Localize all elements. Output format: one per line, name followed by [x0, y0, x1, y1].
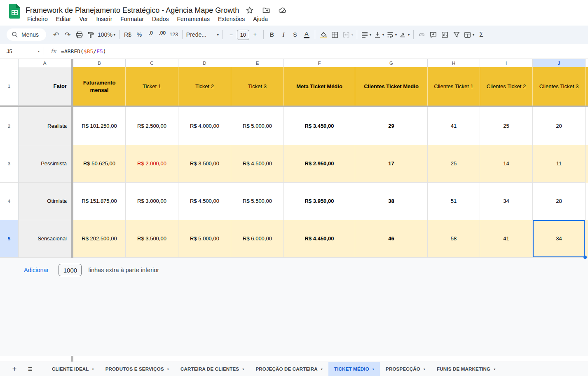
add-sheet-icon[interactable]: + — [8, 363, 21, 375]
menu-formatar[interactable]: Formatar — [116, 14, 148, 24]
menu-ajuda[interactable]: Ajuda — [249, 14, 272, 24]
more-formats-button[interactable]: 123 — [168, 29, 180, 40]
insert-comment-icon[interactable] — [428, 29, 439, 40]
text-wrap-icon[interactable]: ▾ — [385, 29, 398, 40]
menu-editar[interactable]: Editar — [52, 14, 75, 24]
cell-C1[interactable]: Ticket 1 — [126, 67, 178, 106]
menu-extensões[interactable]: Extensões — [214, 14, 249, 24]
sheet-tab-projeção-de-carteira[interactable]: PROJEÇÃO DE CARTEIRA▾ — [250, 362, 328, 376]
cell-I4[interactable]: 34 — [480, 183, 533, 220]
undo-icon[interactable]: ↶ — [50, 29, 62, 40]
cell-E3[interactable]: R$ 4.500,00 — [231, 145, 284, 183]
cell-C2[interactable]: R$ 2.500,00 — [126, 107, 178, 145]
cell-H5[interactable]: 58 — [428, 220, 480, 258]
cell-A2[interactable]: Realista — [19, 107, 71, 145]
decrease-decimal-button[interactable]: .0← — [145, 29, 157, 40]
sheet-tab-dropdown-icon[interactable]: ▾ — [494, 367, 495, 371]
cell-B5[interactable]: R$ 202.500,00 — [73, 220, 126, 258]
cell-C3[interactable]: R$ 2.000,00 — [126, 145, 178, 183]
cell-K5-partial[interactable] — [586, 220, 588, 258]
borders-icon[interactable] — [329, 29, 341, 40]
row-header-5[interactable]: 5 — [0, 220, 19, 258]
name-box[interactable]: J5 ▾ — [0, 48, 40, 54]
cell-G4[interactable]: 38 — [355, 183, 428, 220]
font-size-input[interactable]: 10 — [237, 30, 249, 40]
row-header-3[interactable]: 3 — [0, 145, 19, 183]
cell-C4[interactable]: R$ 3.000,00 — [126, 183, 178, 220]
insert-chart-icon[interactable] — [439, 29, 451, 40]
insert-link-icon[interactable] — [416, 29, 428, 40]
vertical-align-icon[interactable]: ▾ — [372, 29, 385, 40]
print-icon[interactable] — [73, 29, 85, 40]
formula-input[interactable]: =ARRED($B5/E5) — [61, 48, 106, 54]
column-header-B[interactable]: B — [73, 59, 126, 67]
increase-decimal-button[interactable]: .00→ — [157, 29, 168, 40]
select-all-corner[interactable] — [0, 59, 19, 67]
sheet-tab-funis-de-marketing[interactable]: FUNIS DE MARKETING▾ — [431, 362, 501, 376]
text-rotation-icon[interactable]: ▾ — [398, 29, 411, 40]
cell-J2[interactable]: 20 — [533, 107, 586, 145]
cell-E2[interactable]: R$ 5.000,00 — [231, 107, 284, 145]
add-rows-button[interactable]: Adicionar — [24, 267, 49, 273]
fill-color-button[interactable] — [318, 29, 329, 40]
cell-E1[interactable]: Ticket 3 — [231, 67, 284, 106]
column-header-A[interactable]: A — [19, 59, 71, 67]
sheet-tab-dropdown-icon[interactable]: ▾ — [424, 367, 425, 371]
create-filter-icon[interactable] — [451, 29, 462, 40]
currency-format-button[interactable]: R$ — [122, 29, 134, 40]
text-color-button[interactable]: A — [301, 29, 312, 40]
cell-H4[interactable]: 51 — [428, 183, 480, 220]
cell-F2[interactable]: R$ 3.450,00 — [284, 107, 355, 145]
cell-G3[interactable]: 17 — [355, 145, 428, 183]
cell-F4[interactable]: R$ 3.950,00 — [284, 183, 355, 220]
document-title[interactable]: Framework de Planejamento Estratégico - … — [26, 6, 239, 15]
cell-E4[interactable]: R$ 5.500,00 — [231, 183, 284, 220]
cell-F5[interactable]: R$ 4.450,00 — [284, 220, 355, 258]
sheet-tab-produtos-e-serviços[interactable]: PRODUTOS E SERVIÇOS▾ — [100, 362, 175, 376]
column-header-G[interactable]: G — [355, 59, 428, 67]
cell-A5[interactable]: Sensacional — [19, 220, 71, 258]
menu-ver[interactable]: Ver — [75, 14, 92, 24]
sheet-tab-cliente-ideal[interactable]: CLIENTE IDEAL▾ — [46, 362, 100, 376]
table-views-icon[interactable]: ▾ — [462, 29, 476, 40]
column-header-D[interactable]: D — [178, 59, 231, 67]
sheet-tab-dropdown-icon[interactable]: ▾ — [321, 367, 323, 371]
cell-E5[interactable]: R$ 6.000,00 — [231, 220, 284, 258]
font-family-select[interactable]: Prede...▾ — [185, 29, 220, 40]
cell-K1-partial[interactable] — [586, 67, 588, 106]
column-header-C[interactable]: C — [126, 59, 178, 67]
column-header-J[interactable]: J — [533, 59, 586, 67]
name-box-dropdown-icon[interactable]: ▾ — [38, 49, 40, 53]
fill-handle[interactable] — [583, 256, 587, 259]
cell-C5[interactable]: R$ 3.500,00 — [126, 220, 178, 258]
decrease-font-size-button[interactable]: − — [225, 29, 237, 40]
cell-D1[interactable]: Ticket 2 — [178, 67, 231, 106]
column-header-I[interactable]: I — [480, 59, 533, 67]
cell-A3[interactable]: Pessimista — [19, 145, 71, 183]
sheet-tab-carteira-de-clientes[interactable]: CARTEIRA DE CLIENTES▾ — [175, 362, 250, 376]
cell-I2[interactable]: 25 — [480, 107, 533, 145]
functions-sigma-button[interactable]: Σ — [476, 29, 487, 40]
zoom-select[interactable]: 100%▾ — [96, 29, 117, 40]
cell-H3[interactable]: 25 — [428, 145, 480, 183]
cell-F3[interactable]: R$ 2.950,00 — [284, 145, 355, 183]
sheet-tab-dropdown-icon[interactable]: ▾ — [167, 367, 169, 371]
cell-I1[interactable]: Clientes Ticket 2 — [480, 67, 533, 106]
row-header-2[interactable]: 2 — [0, 107, 19, 145]
increase-font-size-button[interactable]: + — [249, 29, 261, 40]
cell-J3[interactable]: 11 — [533, 145, 586, 183]
sheet-tab-ticket-médio[interactable]: TICKET MÉDIO▾ — [328, 362, 380, 376]
redo-icon[interactable]: ↷ — [62, 29, 73, 40]
cell-I5[interactable]: 41 — [480, 220, 533, 258]
all-sheets-menu-icon[interactable]: ≡ — [24, 363, 36, 375]
cell-A4[interactable]: Otimista — [19, 183, 71, 220]
paint-format-icon[interactable] — [85, 29, 96, 40]
cell-J5[interactable]: 34 — [533, 220, 586, 258]
menu-ficheiro[interactable]: Ficheiro — [23, 14, 52, 24]
italic-button[interactable]: I — [278, 29, 289, 40]
sheet-tab-dropdown-icon[interactable]: ▾ — [92, 367, 94, 371]
cell-B2[interactable]: R$ 101.250,00 — [73, 107, 126, 145]
cell-H2[interactable]: 41 — [428, 107, 480, 145]
bold-button[interactable]: B — [266, 29, 278, 40]
cell-G2[interactable]: 29 — [355, 107, 428, 145]
